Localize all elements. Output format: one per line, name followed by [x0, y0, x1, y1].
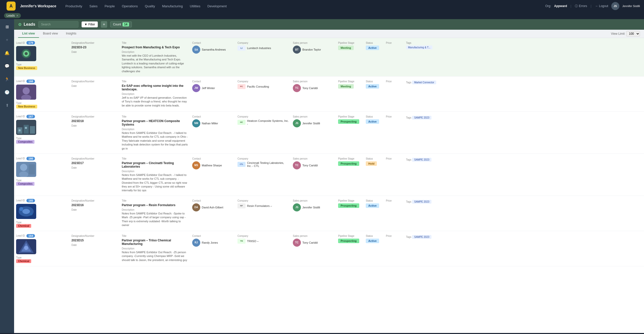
nav-people[interactable]: People: [102, 3, 118, 10]
company-col: Company TRI TRIISO –: [235, 234, 291, 244]
contact-avatar: DA: [192, 203, 200, 211]
nav-right: Org: Appward | ⓘ Errors | → Logout JS Je…: [545, 2, 640, 10]
app-logo[interactable]: A: [7, 2, 16, 11]
company-col: Company LI Lumitech Industries: [235, 41, 291, 51]
nav-sales[interactable]: Sales: [86, 3, 101, 10]
contact-name: Jeff Winter: [202, 87, 215, 90]
tags-col: Tags SAMPE 2023: [404, 234, 439, 239]
tag-badge: SAMPE 2023: [412, 158, 431, 162]
contact-avatar: SA: [192, 46, 200, 54]
contact-col: Contact RJ Randy Jones: [190, 234, 235, 247]
lead-description: Notes from SAMPE Exhibitor Out Reach: - …: [122, 131, 188, 151]
search-input[interactable]: [38, 21, 78, 28]
sales-name: Jennifer Sistilli: [302, 206, 320, 209]
status-col: Status Active: [364, 199, 384, 208]
logo-area[interactable]: A: [4, 2, 18, 11]
filter-button[interactable]: ▼ Filter: [82, 21, 98, 27]
tag-badge: SAMPE 2023: [412, 200, 431, 204]
lead-id-col: Lead ID 166 Type Composites: [14, 157, 69, 186]
sidebar-chat-icon[interactable]: 💬: [3, 61, 12, 70]
company-name: TRIISO –: [247, 240, 259, 243]
table-row[interactable]: Lead ID 166 Type Composites: [14, 154, 644, 196]
sidebar-upload-icon[interactable]: ⬆: [3, 101, 12, 110]
table-row[interactable]: Lead ID 179 Type New Business: [14, 38, 644, 77]
errors-button[interactable]: ⓘ Errors: [575, 4, 587, 8]
sidebar-add-icon[interactable]: ＋: [3, 35, 12, 44]
contact-name: Nathan Miller: [202, 122, 218, 125]
lead-id-col: Lead ID 165 Type Ch: [14, 199, 69, 228]
logout-button[interactable]: → Logout: [595, 4, 608, 8]
lead-id-col: Lead ID 164 Type Chemical: [14, 234, 69, 263]
contact-name: Matthew Sharpe: [202, 164, 222, 167]
lead-title: Partner program – Resin Formulators: [122, 203, 188, 207]
designation-number: 2023D17: [71, 161, 118, 165]
tab-list-view[interactable]: List view: [18, 30, 39, 38]
svg-point-2: [25, 52, 28, 55]
lead-thumbnail: [16, 46, 36, 61]
nav-productivity[interactable]: Productivity: [62, 3, 85, 10]
filter-icon: ▼: [84, 23, 87, 26]
type-badge: Chemical: [16, 259, 31, 263]
lead-thumbnail: [16, 120, 36, 135]
tab-board-view[interactable]: Board view: [39, 30, 62, 38]
lead-id-number: 164: [26, 234, 35, 238]
tab-insights[interactable]: Insights: [62, 30, 80, 38]
count-value: 14: [123, 22, 129, 26]
content-area: ⊞ ＋ 🔔 💬 🏃 🕐 ⬆ ⚙ Leads ▼ Filter + Count 1…: [0, 19, 644, 333]
nav-operations[interactable]: Operations: [119, 3, 141, 10]
designation-col: Designation/Number 2023D15 Date: [69, 234, 120, 246]
table-row[interactable]: Lead ID 164 Type Chemical: [14, 231, 644, 266]
nav-development[interactable]: Development: [205, 3, 230, 10]
leads-tab[interactable]: Leads ×: [4, 13, 21, 18]
table-row[interactable]: Lead ID 167 Type: [14, 112, 644, 154]
designation-col: Designation/Number 2023D18 Date: [69, 115, 120, 127]
pipeline-col: Pipeline Stage Prospecting: [336, 115, 364, 124]
page-header: ⚙ Leads ▼ Filter + Count 14: [14, 19, 644, 30]
status-badge: Active: [366, 119, 379, 124]
status-col: Status Active: [364, 41, 384, 50]
sales-col: Sales person TC Tony Cariddi: [291, 80, 336, 92]
table-row[interactable]: Lead ID 165 Type Ch: [14, 196, 644, 231]
contact-avatar: RJ: [192, 239, 200, 247]
table-row[interactable]: Lead ID 168 Type New Business: [14, 77, 644, 112]
contact-name: David Ash-Gilbert: [202, 206, 223, 209]
pipeline-col: Pipeline Stage Prospecting: [336, 199, 364, 208]
lead-description: Notes from SAMPE Exhibitor Out Reach: -2…: [122, 250, 188, 262]
company-col: Company PC Pacific Consulting: [235, 80, 291, 89]
user-name: Jennifer Sistilli: [622, 5, 640, 8]
lead-description: Jeff is ex-SAP VP of demand generation. …: [122, 96, 188, 107]
sales-name: Brandon Taylor: [302, 48, 321, 51]
sidebar-home-icon[interactable]: ⊞: [3, 22, 12, 31]
pipeline-col: Pipeline Stage Prospecting: [336, 157, 364, 166]
sales-col: Sales person TC Tony Cariddi: [291, 234, 336, 247]
nav-utilities[interactable]: Utilities: [187, 3, 204, 10]
pipeline-stage: Meeting: [338, 84, 354, 89]
page-title: Leads: [24, 22, 35, 27]
sidebar-notifications-icon[interactable]: 🔔: [3, 48, 12, 57]
nav-quality[interactable]: Quality: [142, 3, 158, 10]
contact-avatar: JW: [192, 84, 200, 92]
status-col: Status Active: [364, 115, 384, 124]
add-button[interactable]: +: [101, 21, 107, 28]
top-nav: A Jennifer's Workspace Productivity Sale…: [0, 0, 644, 12]
status-col: Status Active: [364, 234, 384, 243]
nav-manufacturing[interactable]: Manufacturing: [159, 3, 186, 10]
svg-point-20: [30, 212, 33, 215]
status-badge: Active: [366, 46, 379, 50]
view-limit-select[interactable]: 100 50 200: [626, 31, 640, 36]
designation-number: 2023D15: [71, 239, 118, 242]
svg-point-13: [20, 164, 27, 171]
tag-badge: Market Connector: [412, 81, 436, 84]
user-avatar[interactable]: JS: [611, 2, 619, 10]
company-col: Company RF Resin Formulators –: [235, 199, 291, 208]
company-name: Pacific Consulting: [247, 85, 269, 88]
close-tab-icon[interactable]: ×: [16, 14, 18, 17]
tags-col: Tags SAMPE 2023: [404, 157, 439, 162]
sidebar-activity-icon[interactable]: 🏃: [3, 75, 12, 84]
price-col: Price: [384, 41, 404, 45]
lead-description: We met with the CEO of Lumitech Industri…: [122, 54, 188, 73]
status-col: Status Active: [364, 80, 384, 89]
sidebar-history-icon[interactable]: 🕐: [3, 88, 12, 97]
contact-col: Contact DA David Ash-Gilbert: [190, 199, 235, 211]
type-badge: New Business: [16, 105, 37, 108]
